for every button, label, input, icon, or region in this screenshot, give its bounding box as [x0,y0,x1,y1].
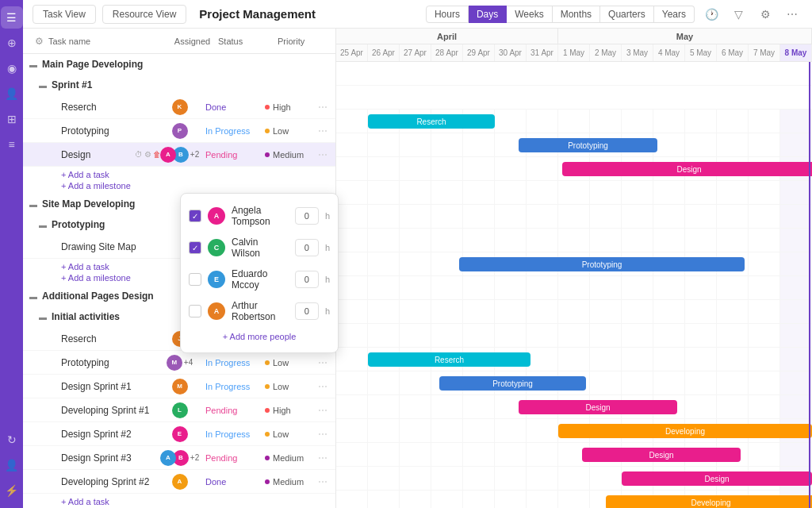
settings-icon[interactable]: ⚙ [755,4,776,25]
task-assigned: M +4 [154,355,205,371]
person-checkbox-calvin[interactable]: ✓ [189,241,201,254]
gantt-bar-proto3: Prototyping [439,376,586,391]
task-assigned: M [154,379,205,394]
avatar: E [208,271,225,288]
gantt-panel: April May 25 Apr 26 Apr 27 Apr 28 Apr 29… [336,29,812,508]
history-icon[interactable]: 🕐 [701,4,722,25]
gantt-cell [463,157,495,180]
gantt-bar-design3: Design [622,471,812,486]
gantt-cell [400,371,431,394]
gantt-cell [685,395,717,418]
gantt-cell [590,110,622,133]
sidebar-icon-grid[interactable]: ⊞ [1,108,23,130]
more-icon[interactable]: ⋯ [316,405,329,416]
gantt-day: 25 Apr [336,44,368,61]
task-priority: Medium [265,453,316,463]
gantt-cell [336,443,368,466]
priority-dot [265,456,270,460]
person-hours[interactable]: 0 [295,239,319,256]
sidebar-icon-menu[interactable]: ☰ [1,6,23,29]
gantt-cell [749,348,780,371]
person-hours[interactable]: 0 [295,302,319,320]
sidebar-icon-profile[interactable]: 👤 [1,454,23,476]
add-more-people-link[interactable]: + Add more people [181,327,338,346]
more-icon[interactable]: ⋯ [316,102,329,113]
person-checkbox-eduardo[interactable] [189,273,201,286]
quarters-button[interactable]: Quarters [600,6,654,23]
more-icon[interactable]: ⋯ [316,357,329,368]
avatar: A [160,450,176,466]
gantt-cell [749,252,780,275]
more-icon[interactable]: ⋯ [782,4,802,25]
task-view-button[interactable]: Task View [33,5,96,24]
gantt-day: 3 May [622,44,653,61]
person-checkbox-angela[interactable]: ✓ [189,210,201,222]
months-button[interactable]: Months [553,6,600,23]
task-icon-clock[interactable]: ⏱ [135,150,143,159]
add-milestone-link-1[interactable]: + Add a milestone [61,181,329,190]
weeks-button[interactable]: Weeks [507,6,552,23]
more-icon[interactable]: ⋯ [316,452,329,464]
gantt-cell [431,395,463,418]
gantt-cell [653,110,685,133]
task-icon-gear[interactable]: ⚙ [144,150,151,159]
gantt-cell [717,229,749,252]
gantt-cell-today [780,229,812,252]
gantt-task-row: Prototyping [336,133,812,157]
sprint-header-1[interactable]: ▬ Sprint #1 [23,75,335,95]
gantt-cell [336,205,368,228]
sidebar-icon-circle[interactable]: ◉ [1,57,23,79]
gantt-group-row [336,205,812,229]
years-button[interactable]: Years [654,6,695,23]
person-hours[interactable]: 0 [295,271,319,288]
task-name-design1: Design [61,149,135,160]
person-hours[interactable]: 0 [295,207,319,225]
gantt-cell [400,252,431,275]
sidebar-icon-lightning[interactable]: ⚡ [1,479,23,502]
column-headers: ⚙ Task name Assigned Status Priority [23,29,335,54]
gantt-task-row: Prototyping [336,371,812,395]
sidebar-icon-refresh[interactable]: ↻ [1,429,23,451]
more-icon[interactable]: ⋯ [316,381,329,392]
group-header-main[interactable]: ▬ Main Page Developing [23,54,335,75]
table-row: Design Sprint #2 E In Progress Low ⋯ [23,422,335,446]
gantt-cell [590,276,622,299]
gear-icon[interactable]: ⚙ [29,36,48,47]
task-status: In Progress [205,429,265,439]
gantt-sprint-row [336,324,812,348]
filter-icon[interactable]: ▽ [728,4,749,25]
more-icon[interactable]: ⋯ [316,149,329,160]
more-icon[interactable]: ⋯ [316,125,329,137]
days-button[interactable]: Days [469,6,507,23]
add-row-1: + Add a task + Add a milestone [23,167,335,194]
more-icon[interactable]: ⋯ [316,429,329,440]
sprint-name-initial: Initial activities [52,311,120,322]
person-checkbox-arthur[interactable] [189,305,201,318]
person-name: Calvin Wilson [232,237,289,259]
sidebar-icon-list[interactable]: ≡ [1,133,23,156]
sidebar-icon-add[interactable]: ⊕ [1,32,23,54]
avatar: M [172,379,188,394]
gantt-cell [558,348,590,371]
gantt-cell [463,395,495,418]
resource-view-button[interactable]: Resource View [102,5,186,24]
gantt-day: 5 May [685,44,717,61]
gantt-cell [463,181,495,204]
avatar: M [167,355,182,371]
sidebar-icon-user[interactable]: 👤 [1,83,23,105]
gantt-cell [336,491,368,508]
gantt-bar-design2: Design [582,448,741,462]
more-icon[interactable]: ⋯ [316,476,329,487]
gantt-add-row [336,276,812,300]
gantt-cell [622,324,653,347]
add-task-link-1[interactable]: + Add a task [61,170,329,179]
gantt-cell [431,181,463,204]
gantt-cell-today [780,110,812,133]
gantt-cell [463,467,495,490]
add-task-link-3[interactable]: + Add a task [61,497,329,506]
gantt-cell [368,467,400,490]
task-status: Pending [205,406,265,415]
hours-button[interactable]: Hours [426,6,469,23]
gantt-cell [368,276,400,299]
gantt-cell [368,229,400,252]
